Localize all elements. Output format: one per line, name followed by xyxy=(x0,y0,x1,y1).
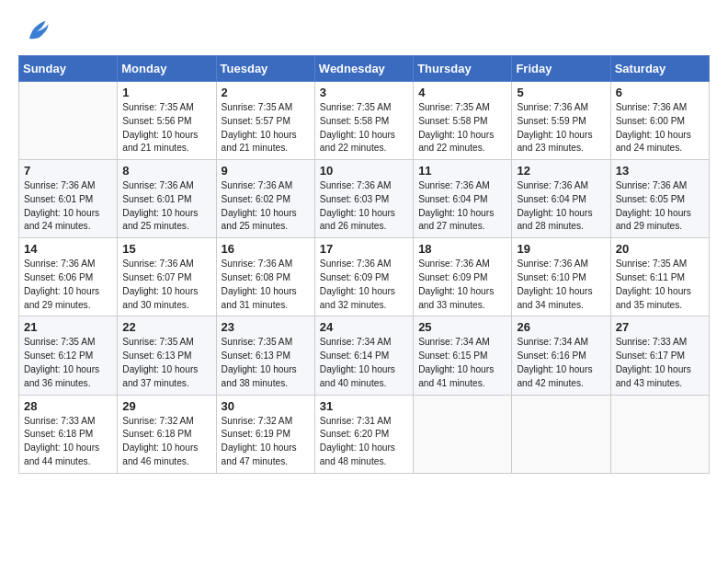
calendar-cell: 1Sunrise: 7:35 AM Sunset: 5:56 PM Daylig… xyxy=(118,82,216,160)
day-number: 29 xyxy=(122,399,210,413)
day-number: 2 xyxy=(222,86,310,99)
day-number: 28 xyxy=(24,399,112,413)
cell-content: Sunrise: 7:33 AM Sunset: 6:18 PM Dayligh… xyxy=(24,415,112,469)
calendar-week-row: 28Sunrise: 7:33 AM Sunset: 6:18 PM Dayli… xyxy=(19,395,710,473)
cell-content: Sunrise: 7:35 AM Sunset: 5:58 PM Dayligh… xyxy=(320,101,408,155)
calendar-cell: 13Sunrise: 7:36 AM Sunset: 6:05 PM Dayli… xyxy=(610,160,709,238)
calendar-cell: 24Sunrise: 7:34 AM Sunset: 6:14 PM Dayli… xyxy=(314,316,413,395)
day-number: 7 xyxy=(24,164,112,178)
calendar-day-header: Thursday xyxy=(414,56,512,82)
cell-content: Sunrise: 7:34 AM Sunset: 6:16 PM Dayligh… xyxy=(517,336,605,390)
cell-content: Sunrise: 7:35 AM Sunset: 6:13 PM Dayligh… xyxy=(222,336,310,390)
day-number: 18 xyxy=(418,242,506,256)
day-number: 12 xyxy=(517,164,605,178)
cell-content: Sunrise: 7:36 AM Sunset: 6:04 PM Dayligh… xyxy=(517,179,605,234)
calendar-day-header: Saturday xyxy=(610,56,709,82)
day-number: 6 xyxy=(616,86,704,99)
cell-content: Sunrise: 7:36 AM Sunset: 6:00 PM Dayligh… xyxy=(616,101,704,155)
day-number: 14 xyxy=(24,242,112,256)
day-number: 4 xyxy=(418,86,506,99)
day-number: 31 xyxy=(320,399,408,413)
day-number: 3 xyxy=(320,86,408,99)
calendar-day-header: Monday xyxy=(118,56,216,82)
calendar-cell: 27Sunrise: 7:33 AM Sunset: 6:17 PM Dayli… xyxy=(610,316,709,395)
calendar-cell xyxy=(414,395,512,473)
calendar-cell: 9Sunrise: 7:36 AM Sunset: 6:02 PM Daylig… xyxy=(216,160,314,238)
calendar-cell: 3Sunrise: 7:35 AM Sunset: 5:58 PM Daylig… xyxy=(314,82,413,160)
day-number: 9 xyxy=(222,164,310,178)
calendar-cell: 25Sunrise: 7:34 AM Sunset: 6:15 PM Dayli… xyxy=(414,316,512,395)
day-number: 13 xyxy=(616,164,704,178)
calendar-week-row: 7Sunrise: 7:36 AM Sunset: 6:01 PM Daylig… xyxy=(19,160,710,238)
day-number: 11 xyxy=(418,164,506,178)
day-number: 25 xyxy=(418,320,506,334)
day-number: 30 xyxy=(222,399,310,413)
calendar-cell: 16Sunrise: 7:36 AM Sunset: 6:08 PM Dayli… xyxy=(216,238,314,316)
cell-content: Sunrise: 7:36 AM Sunset: 6:08 PM Dayligh… xyxy=(222,258,310,312)
day-number: 8 xyxy=(122,164,210,178)
cell-content: Sunrise: 7:36 AM Sunset: 6:06 PM Dayligh… xyxy=(24,258,112,312)
cell-content: Sunrise: 7:36 AM Sunset: 6:04 PM Dayligh… xyxy=(418,179,506,234)
cell-content: Sunrise: 7:36 AM Sunset: 6:01 PM Dayligh… xyxy=(122,179,210,234)
cell-content: Sunrise: 7:35 AM Sunset: 6:11 PM Dayligh… xyxy=(616,258,704,312)
calendar-cell: 23Sunrise: 7:35 AM Sunset: 6:13 PM Dayli… xyxy=(216,316,314,395)
day-number: 1 xyxy=(122,86,210,99)
cell-content: Sunrise: 7:36 AM Sunset: 6:09 PM Dayligh… xyxy=(418,258,506,312)
day-number: 17 xyxy=(320,242,408,256)
calendar-cell: 20Sunrise: 7:35 AM Sunset: 6:11 PM Dayli… xyxy=(610,238,709,316)
cell-content: Sunrise: 7:35 AM Sunset: 6:13 PM Dayligh… xyxy=(122,336,210,390)
cell-content: Sunrise: 7:36 AM Sunset: 6:05 PM Dayligh… xyxy=(616,179,704,234)
calendar-cell: 21Sunrise: 7:35 AM Sunset: 6:12 PM Dayli… xyxy=(19,316,118,395)
calendar-day-header: Sunday xyxy=(19,56,118,82)
day-number: 27 xyxy=(616,320,704,334)
cell-content: Sunrise: 7:35 AM Sunset: 5:58 PM Dayligh… xyxy=(418,101,506,155)
calendar-cell: 8Sunrise: 7:36 AM Sunset: 6:01 PM Daylig… xyxy=(118,160,216,238)
calendar-cell xyxy=(512,395,610,473)
calendar-cell: 17Sunrise: 7:36 AM Sunset: 6:09 PM Dayli… xyxy=(314,238,413,316)
calendar-table: SundayMondayTuesdayWednesdayThursdayFrid… xyxy=(18,55,710,474)
day-number: 16 xyxy=(222,242,310,256)
calendar-cell: 29Sunrise: 7:32 AM Sunset: 6:18 PM Dayli… xyxy=(118,395,216,473)
calendar-cell: 22Sunrise: 7:35 AM Sunset: 6:13 PM Dayli… xyxy=(118,316,216,395)
day-number: 15 xyxy=(122,242,210,256)
cell-content: Sunrise: 7:35 AM Sunset: 6:12 PM Dayligh… xyxy=(24,336,112,390)
cell-content: Sunrise: 7:36 AM Sunset: 6:03 PM Dayligh… xyxy=(320,179,408,234)
day-number: 19 xyxy=(517,242,605,256)
header xyxy=(18,17,710,46)
calendar-week-row: 21Sunrise: 7:35 AM Sunset: 6:12 PM Dayli… xyxy=(19,316,710,395)
day-number: 21 xyxy=(24,320,112,334)
calendar-cell: 26Sunrise: 7:34 AM Sunset: 6:16 PM Dayli… xyxy=(512,316,610,395)
cell-content: Sunrise: 7:34 AM Sunset: 6:15 PM Dayligh… xyxy=(418,336,506,390)
calendar-cell: 4Sunrise: 7:35 AM Sunset: 5:58 PM Daylig… xyxy=(414,82,512,160)
day-number: 24 xyxy=(320,320,408,334)
calendar-cell: 14Sunrise: 7:36 AM Sunset: 6:06 PM Dayli… xyxy=(19,238,118,316)
cell-content: Sunrise: 7:36 AM Sunset: 6:10 PM Dayligh… xyxy=(517,258,605,312)
calendar-cell: 10Sunrise: 7:36 AM Sunset: 6:03 PM Dayli… xyxy=(314,160,413,238)
calendar-cell: 7Sunrise: 7:36 AM Sunset: 6:01 PM Daylig… xyxy=(19,160,118,238)
calendar-cell: 2Sunrise: 7:35 AM Sunset: 5:57 PM Daylig… xyxy=(216,82,314,160)
cell-content: Sunrise: 7:35 AM Sunset: 5:57 PM Dayligh… xyxy=(222,101,310,155)
calendar-cell xyxy=(19,82,118,160)
calendar-cell: 11Sunrise: 7:36 AM Sunset: 6:04 PM Dayli… xyxy=(414,160,512,238)
calendar-header-row: SundayMondayTuesdayWednesdayThursdayFrid… xyxy=(19,56,710,82)
day-number: 10 xyxy=(320,164,408,178)
calendar-cell: 31Sunrise: 7:31 AM Sunset: 6:20 PM Dayli… xyxy=(314,395,413,473)
cell-content: Sunrise: 7:34 AM Sunset: 6:14 PM Dayligh… xyxy=(320,336,408,390)
cell-content: Sunrise: 7:36 AM Sunset: 6:02 PM Dayligh… xyxy=(222,179,310,234)
page: SundayMondayTuesdayWednesdayThursdayFrid… xyxy=(0,0,728,492)
calendar-week-row: 1Sunrise: 7:35 AM Sunset: 5:56 PM Daylig… xyxy=(19,82,710,160)
calendar-day-header: Friday xyxy=(512,56,610,82)
calendar-day-header: Tuesday xyxy=(216,56,314,82)
cell-content: Sunrise: 7:31 AM Sunset: 6:20 PM Dayligh… xyxy=(320,415,408,469)
day-number: 22 xyxy=(122,320,210,334)
calendar-cell: 5Sunrise: 7:36 AM Sunset: 5:59 PM Daylig… xyxy=(512,82,610,160)
cell-content: Sunrise: 7:36 AM Sunset: 6:07 PM Dayligh… xyxy=(122,258,210,312)
calendar-cell: 18Sunrise: 7:36 AM Sunset: 6:09 PM Dayli… xyxy=(414,238,512,316)
logo-bird-icon xyxy=(22,17,51,46)
day-number: 26 xyxy=(517,320,605,334)
cell-content: Sunrise: 7:35 AM Sunset: 5:56 PM Dayligh… xyxy=(122,101,210,155)
calendar-day-header: Wednesday xyxy=(314,56,413,82)
cell-content: Sunrise: 7:32 AM Sunset: 6:18 PM Dayligh… xyxy=(122,415,210,469)
day-number: 23 xyxy=(222,320,310,334)
cell-content: Sunrise: 7:36 AM Sunset: 5:59 PM Dayligh… xyxy=(517,101,605,155)
